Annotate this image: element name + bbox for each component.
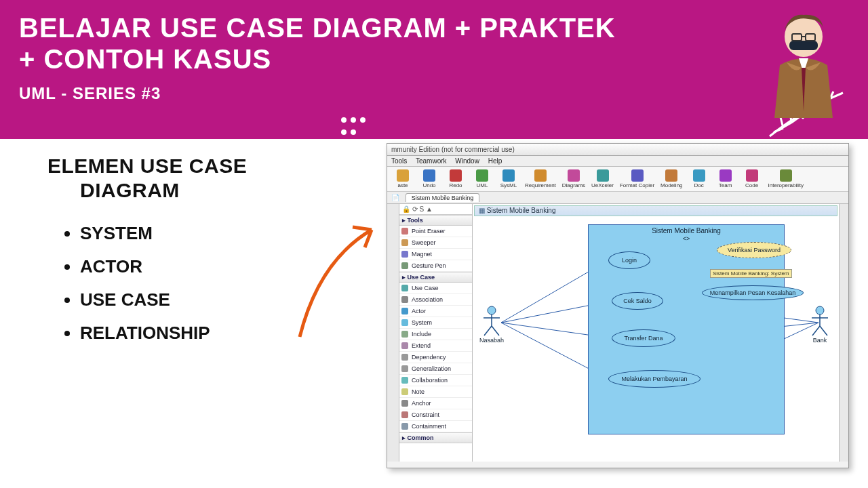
- use-case-node[interactable]: Login: [608, 251, 650, 269]
- svg-point-18: [816, 306, 824, 314]
- toolbar-button[interactable]: Team: [713, 168, 738, 190]
- arrow-icon: [292, 220, 380, 342]
- palette-item[interactable]: Containment: [399, 421, 472, 432]
- page-subtitle: UML - SERIES #3: [19, 84, 849, 103]
- toolbar-button[interactable]: Requirement: [522, 168, 559, 190]
- palette-item[interactable]: Note: [399, 386, 472, 398]
- use-case-node[interactable]: Melakukan Pembayaran: [608, 370, 701, 388]
- tool-palette: 🔒 ⟳ S ▲▸ ToolsPoint EraserSweeperMagnetG…: [399, 204, 473, 462]
- palette-item[interactable]: Collaboration: [399, 375, 472, 386]
- palette-item[interactable]: Anchor: [399, 398, 472, 409]
- left-gutter: [387, 204, 399, 462]
- canvas-header: ▦ Sistem Mobile Banking: [474, 205, 837, 216]
- toolbar-button[interactable]: Interoperability: [766, 168, 806, 190]
- title-banner: BELAJAR USE CASE DIAGRAM + PRAKTEK + CON…: [0, 0, 868, 139]
- palette-item[interactable]: Point Eraser: [399, 226, 472, 237]
- svg-rect-1: [789, 41, 818, 50]
- main-toolbar: asteUndoRedoUMLSysMLRequirementDiagramsU…: [387, 167, 848, 192]
- svg-line-16: [484, 326, 492, 336]
- content-area: ELEMEN USE CASE DIAGRAM SYSTEM ACTOR USE…: [0, 139, 868, 488]
- palette-item[interactable]: Generalization: [399, 363, 472, 375]
- palette-item[interactable]: Actor: [399, 306, 472, 317]
- palette-item[interactable]: Association: [399, 294, 472, 306]
- toolbar-button[interactable]: Code: [739, 168, 765, 190]
- palette-item[interactable]: Dependency: [399, 352, 472, 363]
- palette-item[interactable]: Extend: [399, 340, 472, 352]
- palette-item[interactable]: Include: [399, 329, 472, 340]
- menu-item[interactable]: Window: [455, 157, 479, 165]
- tab-strip: 📄 Sistem Mobile Banking: [387, 192, 848, 204]
- palette-section[interactable]: ▸ Use Case: [399, 272, 472, 283]
- use-case-node[interactable]: Verifikasi Password: [717, 242, 791, 258]
- toolbar-button[interactable]: UML: [469, 168, 495, 190]
- toolbar-button[interactable]: SysML: [496, 168, 521, 190]
- tooltip: Sistem Mobile Banking: System: [710, 269, 792, 278]
- use-case-node[interactable]: Cek Saldo: [612, 292, 663, 310]
- toolbar-button[interactable]: Diagrams: [559, 168, 588, 190]
- actor-node[interactable]: Bank: [808, 306, 831, 344]
- svg-line-22: [820, 326, 827, 336]
- toolbar-button[interactable]: Modeling: [658, 168, 685, 190]
- menu-bar[interactable]: Tools Teamwork Window Help: [387, 156, 848, 167]
- avatar-icon: [760, 9, 848, 125]
- menu-item[interactable]: Help: [488, 157, 502, 165]
- svg-line-21: [812, 326, 820, 336]
- palette-section[interactable]: ▸ Common: [399, 432, 472, 443]
- palette-item[interactable]: Sweeper: [399, 237, 472, 249]
- window-titlebar: mmunity Edition (not for commercial use): [387, 144, 848, 156]
- palette-section[interactable]: ▸ Tools: [399, 215, 472, 226]
- svg-point-13: [488, 306, 496, 314]
- svg-line-17: [492, 326, 499, 336]
- toolbar-button[interactable]: aste: [390, 168, 416, 190]
- menu-item[interactable]: Teamwork: [416, 157, 447, 165]
- palette-item[interactable]: Constraint: [399, 409, 472, 421]
- app-screenshot: mmunity Edition (not for commercial use)…: [387, 143, 849, 468]
- document-tab[interactable]: Sistem Mobile Banking: [406, 193, 480, 202]
- palette-item[interactable]: System: [399, 317, 472, 329]
- diagram-canvas[interactable]: ▦ Sistem Mobile Banking Sistem Mobile Ba…: [473, 204, 839, 462]
- menu-item[interactable]: Tools: [391, 157, 407, 165]
- toolbar-button[interactable]: Redo: [443, 168, 469, 190]
- palette-item[interactable]: Use Case: [399, 283, 472, 294]
- use-case-node[interactable]: Transfer Dana: [612, 329, 675, 347]
- use-case-node[interactable]: Menampilkan Pesan Kesalahan: [702, 285, 804, 300]
- page-title: BELAJAR USE CASE DIAGRAM + PRAKTEK + CON…: [19, 12, 616, 75]
- toolbar-button[interactable]: Format Copier: [617, 168, 657, 190]
- toolbar-button[interactable]: UeXceler: [589, 168, 616, 190]
- toolbar-button[interactable]: Undo: [416, 168, 442, 190]
- actor-node[interactable]: Nasabah: [479, 306, 504, 344]
- palette-item[interactable]: Gesture Pen: [399, 260, 472, 272]
- palette-item[interactable]: Magnet: [399, 249, 472, 260]
- vertical-scrollbar[interactable]: [839, 204, 848, 462]
- toolbar-button[interactable]: Doc: [686, 168, 712, 190]
